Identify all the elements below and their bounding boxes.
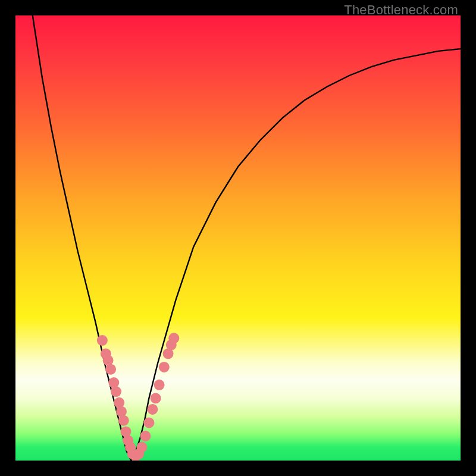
data-marker bbox=[118, 415, 129, 426]
curve-markers bbox=[97, 333, 179, 461]
chart-frame: TheBottleneck.com bbox=[0, 0, 476, 476]
data-marker bbox=[140, 431, 151, 441]
data-marker bbox=[108, 377, 119, 388]
data-marker bbox=[111, 386, 121, 397]
data-marker bbox=[159, 362, 170, 372]
data-marker bbox=[154, 380, 165, 390]
data-marker bbox=[151, 393, 161, 403]
curve-layer bbox=[15, 15, 461, 461]
data-marker bbox=[97, 335, 108, 346]
data-marker bbox=[143, 417, 154, 428]
data-marker bbox=[114, 397, 124, 408]
plot-area bbox=[15, 15, 461, 461]
data-marker bbox=[147, 404, 158, 415]
watermark-text: TheBottleneck.com bbox=[344, 2, 458, 18]
data-marker bbox=[121, 426, 131, 437]
data-marker bbox=[116, 406, 127, 417]
bottleneck-curve bbox=[15, 15, 461, 461]
data-marker bbox=[105, 364, 116, 375]
data-marker bbox=[136, 442, 147, 453]
data-marker bbox=[168, 333, 179, 343]
